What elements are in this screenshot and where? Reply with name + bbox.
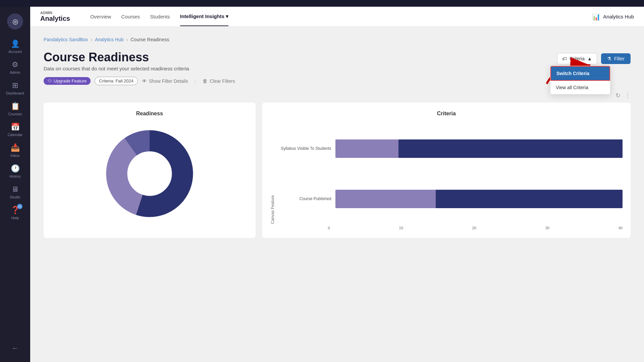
refresh-icon[interactable]: ↻: [615, 92, 621, 99]
nav-link-courses[interactable]: Courses: [121, 8, 140, 25]
breadcrumb-sep-2: ›: [126, 37, 128, 42]
clear-filter-label: Clear Filters: [210, 78, 235, 84]
clear-filters-action[interactable]: 🗑 Clear Filters: [203, 78, 235, 84]
bar-fill-dark-published: [436, 190, 623, 208]
criteria-badge-label: Criteria: Fall 2024: [99, 78, 133, 83]
sidebar-dashboard-label: Dashboard: [6, 91, 24, 95]
bar-chart-icon: 📊: [592, 13, 600, 21]
bar-chart-container: Canvas Feature Syllabus Visible To Stude…: [270, 123, 623, 224]
y-axis-label: Canvas Feature: [270, 123, 275, 224]
sidebar-item-help[interactable]: ❓ 10 Help: [0, 202, 30, 223]
bar-chart-inner: Syllabus Visible To Students Course Publ…: [278, 123, 623, 224]
dropdown-view-all[interactable]: View all Criteria: [550, 81, 610, 94]
filter-button[interactable]: ⚗ Filter: [601, 53, 631, 64]
collapse-button[interactable]: ←: [8, 341, 22, 355]
dashboard-icon: ⊞: [12, 81, 18, 90]
bar-row-syllabus: Syllabus Visible To Students: [278, 139, 623, 158]
admin-icon: ⚙: [12, 60, 18, 69]
history-icon: 🕐: [11, 164, 20, 173]
criteria-button-label: Criteria: [570, 56, 585, 61]
sidebar-admin-label: Admin: [10, 70, 20, 74]
sidebar-account-label: Account: [8, 50, 22, 54]
bar-fill-dark-syllabus: [398, 139, 623, 158]
sidebar-logo[interactable]: ◎: [7, 13, 23, 29]
sidebar-item-studio[interactable]: 🖥 Studio: [0, 182, 30, 202]
show-filter-label: Show Filter Details: [149, 78, 188, 84]
sidebar-item-history[interactable]: 🕐 History: [0, 161, 30, 182]
x-axis: 0 10 20 30 40: [270, 226, 623, 230]
donut-chart-svg: [103, 127, 197, 221]
studio-icon: 🖥: [11, 185, 19, 194]
app-title: ADMIN Analytics: [40, 11, 70, 22]
x-axis-30: 30: [545, 226, 549, 230]
filter-bar: Upgrade Feature Criteria: Fall 2024 👁 Sh…: [44, 77, 631, 85]
breadcrumb: Pandalytics SandBox › Analytics Hub › Co…: [44, 37, 631, 42]
sidebar-item-dashboard[interactable]: ⊞ Dashboard: [0, 78, 30, 99]
sidebar-item-calendar[interactable]: 📅 Calendar: [0, 119, 30, 140]
dropdown-switch-criteria[interactable]: Switch Criteria: [550, 66, 610, 81]
main-area: ADMIN Analytics Overview Courses Student…: [30, 7, 644, 362]
sidebar-inbox-label: Inbox: [11, 154, 20, 158]
criteria-icon: 🏷: [562, 56, 567, 61]
criteria-chart-title: Criteria: [270, 111, 623, 117]
eye-icon: 👁: [142, 78, 147, 84]
content-area: Pandalytics SandBox › Analytics Hub › Co…: [30, 27, 644, 362]
x-axis-20: 20: [472, 226, 476, 230]
upgrade-label: Upgrade Feature: [54, 78, 87, 83]
svg-point-5: [127, 152, 172, 196]
account-icon: 👤: [11, 40, 20, 48]
bar-track-published: [335, 190, 623, 208]
x-axis-0: 0: [328, 226, 330, 230]
upgrade-badge[interactable]: Upgrade Feature: [44, 77, 91, 85]
bar-track-syllabus: [335, 139, 623, 158]
x-axis-10: 10: [399, 226, 403, 230]
nav-link-insights[interactable]: Intelligent Insights ▾: [180, 7, 229, 26]
readiness-chart-title: Readiness: [52, 111, 248, 117]
page-subtitle: Data on courses that do not meet your se…: [44, 66, 189, 71]
criteria-chart-card: Criteria Canvas Feature Syllabus Visible…: [262, 103, 631, 238]
sidebar: ◎ 👤 Account ⚙ Admin ⊞ Dashboard 📋 Course…: [0, 7, 30, 362]
nav-link-overview[interactable]: Overview: [90, 8, 111, 25]
trash-icon: 🗑: [203, 78, 208, 84]
analytics-label: Analytics: [40, 15, 70, 22]
sidebar-item-admin[interactable]: ⚙ Admin: [0, 57, 30, 78]
sidebar-bottom: ←: [8, 341, 22, 362]
inbox-icon: 📥: [11, 143, 20, 152]
breadcrumb-analytics-hub[interactable]: Analytics Hub: [95, 37, 124, 42]
charts-row: Readiness Cri: [44, 103, 631, 238]
filter-button-label: Filter: [614, 56, 625, 61]
sidebar-item-courses[interactable]: 📋 Courses: [0, 99, 30, 119]
sidebar-item-inbox[interactable]: 📥 Inbox: [0, 140, 30, 161]
readiness-chart-card: Readiness: [44, 103, 256, 238]
page-title-section: Course Readiness Data on courses that do…: [44, 50, 189, 71]
filter-divider: |: [195, 78, 196, 84]
criteria-dropdown: Switch Criteria View all Criteria: [550, 66, 610, 95]
page-header: Course Readiness Data on courses that do…: [44, 50, 631, 71]
nav-links: Overview Courses Students Intelligent In…: [90, 7, 228, 26]
admin-label: ADMIN: [40, 11, 70, 15]
bar-label-syllabus: Syllabus Visible To Students: [278, 146, 331, 151]
more-options-icon[interactable]: ⋮: [625, 92, 631, 99]
bar-label-published: Course Published: [278, 196, 331, 201]
help-badge-container: ❓ 10: [11, 206, 20, 215]
sidebar-item-account[interactable]: 👤 Account: [0, 36, 30, 57]
show-filter-action[interactable]: 👁 Show Filter Details: [142, 78, 188, 84]
courses-icon: 📋: [11, 102, 20, 111]
sidebar-help-label: Help: [11, 216, 19, 220]
bar-row-published: Course Published: [278, 190, 623, 208]
analytics-hub-label: Analytics Hub: [603, 14, 634, 19]
nav-header: ADMIN Analytics Overview Courses Student…: [30, 7, 644, 27]
breadcrumb-sep-1: ›: [91, 37, 92, 42]
breadcrumb-current: Course Readiness: [130, 37, 169, 42]
breadcrumb-pandalytics[interactable]: Pandalytics SandBox: [44, 37, 88, 42]
sidebar-history-label: History: [9, 174, 21, 178]
x-axis-40: 40: [619, 226, 623, 230]
chevron-down-icon: ▾: [226, 13, 228, 19]
top-bar: [0, 0, 644, 7]
nav-link-students[interactable]: Students: [150, 8, 170, 25]
chevron-up-icon: ▲: [587, 56, 592, 61]
criteria-button[interactable]: 🏷 Criteria ▲: [557, 53, 597, 64]
sidebar-courses-label: Courses: [8, 112, 22, 116]
analytics-hub-button[interactable]: 📊 Analytics Hub: [592, 13, 634, 21]
criteria-badge[interactable]: Criteria: Fall 2024: [95, 77, 138, 85]
